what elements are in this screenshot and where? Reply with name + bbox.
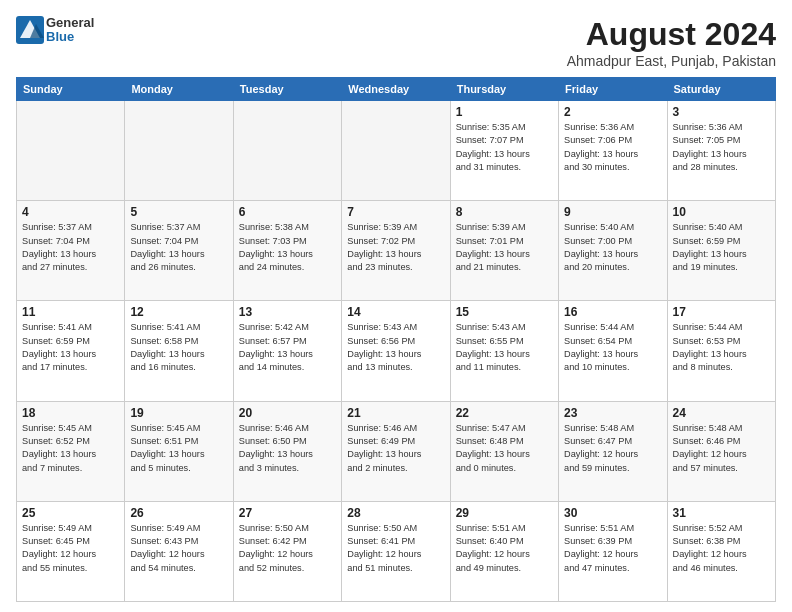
day-info: Sunrise: 5:49 AMSunset: 6:43 PMDaylight:… — [130, 522, 227, 575]
calendar-cell: 2Sunrise: 5:36 AMSunset: 7:06 PMDaylight… — [559, 101, 667, 201]
day-number: 8 — [456, 205, 553, 219]
day-number: 7 — [347, 205, 444, 219]
calendar-cell: 21Sunrise: 5:46 AMSunset: 6:49 PMDayligh… — [342, 401, 450, 501]
calendar-cell — [342, 101, 450, 201]
col-monday: Monday — [125, 78, 233, 101]
calendar-cell: 17Sunrise: 5:44 AMSunset: 6:53 PMDayligh… — [667, 301, 775, 401]
page: General Blue August 2024 Ahmadpur East, … — [0, 0, 792, 612]
calendar-cell: 25Sunrise: 5:49 AMSunset: 6:45 PMDayligh… — [17, 501, 125, 601]
col-wednesday: Wednesday — [342, 78, 450, 101]
day-info: Sunrise: 5:43 AMSunset: 6:55 PMDaylight:… — [456, 321, 553, 374]
day-info: Sunrise: 5:48 AMSunset: 6:47 PMDaylight:… — [564, 422, 661, 475]
day-number: 20 — [239, 406, 336, 420]
calendar-cell: 10Sunrise: 5:40 AMSunset: 6:59 PMDayligh… — [667, 201, 775, 301]
calendar-cell: 13Sunrise: 5:42 AMSunset: 6:57 PMDayligh… — [233, 301, 341, 401]
calendar-cell: 9Sunrise: 5:40 AMSunset: 7:00 PMDaylight… — [559, 201, 667, 301]
calendar-cell: 12Sunrise: 5:41 AMSunset: 6:58 PMDayligh… — [125, 301, 233, 401]
calendar-cell: 15Sunrise: 5:43 AMSunset: 6:55 PMDayligh… — [450, 301, 558, 401]
calendar-cell: 5Sunrise: 5:37 AMSunset: 7:04 PMDaylight… — [125, 201, 233, 301]
day-info: Sunrise: 5:49 AMSunset: 6:45 PMDaylight:… — [22, 522, 119, 575]
day-info: Sunrise: 5:52 AMSunset: 6:38 PMDaylight:… — [673, 522, 770, 575]
day-info: Sunrise: 5:37 AMSunset: 7:04 PMDaylight:… — [22, 221, 119, 274]
day-number: 12 — [130, 305, 227, 319]
day-number: 30 — [564, 506, 661, 520]
week-row-1: 1Sunrise: 5:35 AMSunset: 7:07 PMDaylight… — [17, 101, 776, 201]
day-info: Sunrise: 5:50 AMSunset: 6:42 PMDaylight:… — [239, 522, 336, 575]
logo-text: General Blue — [46, 16, 94, 45]
calendar-cell: 30Sunrise: 5:51 AMSunset: 6:39 PMDayligh… — [559, 501, 667, 601]
day-number: 5 — [130, 205, 227, 219]
main-title: August 2024 — [567, 16, 776, 53]
day-info: Sunrise: 5:38 AMSunset: 7:03 PMDaylight:… — [239, 221, 336, 274]
calendar-cell: 26Sunrise: 5:49 AMSunset: 6:43 PMDayligh… — [125, 501, 233, 601]
day-info: Sunrise: 5:35 AMSunset: 7:07 PMDaylight:… — [456, 121, 553, 174]
day-number: 25 — [22, 506, 119, 520]
day-info: Sunrise: 5:51 AMSunset: 6:39 PMDaylight:… — [564, 522, 661, 575]
day-info: Sunrise: 5:45 AMSunset: 6:52 PMDaylight:… — [22, 422, 119, 475]
week-row-4: 18Sunrise: 5:45 AMSunset: 6:52 PMDayligh… — [17, 401, 776, 501]
day-info: Sunrise: 5:42 AMSunset: 6:57 PMDaylight:… — [239, 321, 336, 374]
calendar-cell: 7Sunrise: 5:39 AMSunset: 7:02 PMDaylight… — [342, 201, 450, 301]
day-number: 6 — [239, 205, 336, 219]
calendar-cell: 6Sunrise: 5:38 AMSunset: 7:03 PMDaylight… — [233, 201, 341, 301]
day-number: 27 — [239, 506, 336, 520]
calendar-cell: 16Sunrise: 5:44 AMSunset: 6:54 PMDayligh… — [559, 301, 667, 401]
day-info: Sunrise: 5:46 AMSunset: 6:49 PMDaylight:… — [347, 422, 444, 475]
calendar-cell: 20Sunrise: 5:46 AMSunset: 6:50 PMDayligh… — [233, 401, 341, 501]
day-number: 28 — [347, 506, 444, 520]
calendar-cell: 31Sunrise: 5:52 AMSunset: 6:38 PMDayligh… — [667, 501, 775, 601]
header: General Blue August 2024 Ahmadpur East, … — [16, 16, 776, 69]
header-row: Sunday Monday Tuesday Wednesday Thursday… — [17, 78, 776, 101]
calendar-header: Sunday Monday Tuesday Wednesday Thursday… — [17, 78, 776, 101]
calendar-cell: 27Sunrise: 5:50 AMSunset: 6:42 PMDayligh… — [233, 501, 341, 601]
week-row-5: 25Sunrise: 5:49 AMSunset: 6:45 PMDayligh… — [17, 501, 776, 601]
calendar-cell: 18Sunrise: 5:45 AMSunset: 6:52 PMDayligh… — [17, 401, 125, 501]
day-number: 21 — [347, 406, 444, 420]
logo-general-text: General — [46, 16, 94, 30]
day-info: Sunrise: 5:37 AMSunset: 7:04 PMDaylight:… — [130, 221, 227, 274]
day-number: 26 — [130, 506, 227, 520]
calendar-cell: 1Sunrise: 5:35 AMSunset: 7:07 PMDaylight… — [450, 101, 558, 201]
calendar-cell — [17, 101, 125, 201]
day-number: 18 — [22, 406, 119, 420]
day-number: 15 — [456, 305, 553, 319]
day-info: Sunrise: 5:40 AMSunset: 6:59 PMDaylight:… — [673, 221, 770, 274]
day-info: Sunrise: 5:36 AMSunset: 7:05 PMDaylight:… — [673, 121, 770, 174]
day-info: Sunrise: 5:39 AMSunset: 7:02 PMDaylight:… — [347, 221, 444, 274]
day-info: Sunrise: 5:51 AMSunset: 6:40 PMDaylight:… — [456, 522, 553, 575]
calendar-cell: 28Sunrise: 5:50 AMSunset: 6:41 PMDayligh… — [342, 501, 450, 601]
col-saturday: Saturday — [667, 78, 775, 101]
day-number: 2 — [564, 105, 661, 119]
calendar-cell — [125, 101, 233, 201]
day-info: Sunrise: 5:50 AMSunset: 6:41 PMDaylight:… — [347, 522, 444, 575]
day-info: Sunrise: 5:48 AMSunset: 6:46 PMDaylight:… — [673, 422, 770, 475]
day-number: 23 — [564, 406, 661, 420]
title-block: August 2024 Ahmadpur East, Punjab, Pakis… — [567, 16, 776, 69]
day-number: 24 — [673, 406, 770, 420]
calendar-cell: 11Sunrise: 5:41 AMSunset: 6:59 PMDayligh… — [17, 301, 125, 401]
calendar-cell: 23Sunrise: 5:48 AMSunset: 6:47 PMDayligh… — [559, 401, 667, 501]
logo-icon — [16, 16, 44, 44]
day-number: 10 — [673, 205, 770, 219]
day-number: 16 — [564, 305, 661, 319]
day-number: 3 — [673, 105, 770, 119]
calendar-cell: 19Sunrise: 5:45 AMSunset: 6:51 PMDayligh… — [125, 401, 233, 501]
day-info: Sunrise: 5:47 AMSunset: 6:48 PMDaylight:… — [456, 422, 553, 475]
day-info: Sunrise: 5:45 AMSunset: 6:51 PMDaylight:… — [130, 422, 227, 475]
day-info: Sunrise: 5:44 AMSunset: 6:53 PMDaylight:… — [673, 321, 770, 374]
day-info: Sunrise: 5:46 AMSunset: 6:50 PMDaylight:… — [239, 422, 336, 475]
col-tuesday: Tuesday — [233, 78, 341, 101]
calendar-cell — [233, 101, 341, 201]
day-info: Sunrise: 5:40 AMSunset: 7:00 PMDaylight:… — [564, 221, 661, 274]
logo: General Blue — [16, 16, 94, 45]
calendar-cell: 14Sunrise: 5:43 AMSunset: 6:56 PMDayligh… — [342, 301, 450, 401]
day-number: 4 — [22, 205, 119, 219]
day-info: Sunrise: 5:36 AMSunset: 7:06 PMDaylight:… — [564, 121, 661, 174]
day-number: 29 — [456, 506, 553, 520]
day-number: 19 — [130, 406, 227, 420]
calendar-body: 1Sunrise: 5:35 AMSunset: 7:07 PMDaylight… — [17, 101, 776, 602]
day-number: 14 — [347, 305, 444, 319]
col-sunday: Sunday — [17, 78, 125, 101]
day-info: Sunrise: 5:41 AMSunset: 6:58 PMDaylight:… — [130, 321, 227, 374]
calendar-table: Sunday Monday Tuesday Wednesday Thursday… — [16, 77, 776, 602]
